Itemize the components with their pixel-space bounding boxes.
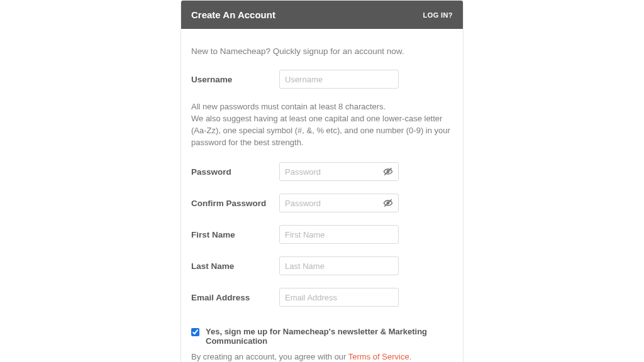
- email-input[interactable]: [279, 288, 399, 307]
- password-hint: All new passwords must contain at least …: [191, 101, 453, 148]
- eye-slash-icon[interactable]: [382, 197, 394, 209]
- first-name-input[interactable]: [279, 225, 399, 244]
- last-name-input[interactable]: [279, 256, 399, 275]
- label-username: Username: [191, 75, 279, 84]
- label-last-name: Last Name: [191, 261, 279, 271]
- eye-slash-icon[interactable]: [382, 166, 394, 177]
- row-email: Email Address: [191, 288, 453, 307]
- confirm-password-input[interactable]: [279, 194, 399, 212]
- label-confirm-password: Confirm Password: [191, 199, 279, 208]
- row-confirm-password: Confirm Password: [191, 194, 453, 212]
- newsletter-label: Yes, sign me up for Namecheap's newslett…: [206, 327, 453, 346]
- page-title: Create An Account: [191, 9, 275, 20]
- row-last-name: Last Name: [191, 256, 453, 275]
- row-username: Username: [191, 70, 453, 89]
- username-input[interactable]: [279, 70, 399, 89]
- password-input[interactable]: [279, 162, 399, 181]
- tos-link[interactable]: Terms of Service: [348, 352, 409, 361]
- label-first-name: First Name: [191, 230, 279, 239]
- row-first-name: First Name: [191, 225, 453, 244]
- row-password: Password: [191, 162, 453, 181]
- signup-card: Create An Account LOG IN? New to Nameche…: [180, 0, 464, 362]
- tos-suffix: .: [409, 352, 412, 361]
- login-link[interactable]: LOG IN?: [423, 11, 453, 19]
- card-header: Create An Account LOG IN?: [181, 1, 463, 29]
- tos-prefix: By creating an account, you agree with o…: [191, 352, 348, 361]
- tos-text: By creating an account, you agree with o…: [191, 352, 453, 361]
- card-body: New to Namecheap? Quickly signup for an …: [181, 29, 463, 362]
- newsletter-checkbox[interactable]: [191, 328, 199, 336]
- intro-text: New to Namecheap? Quickly signup for an …: [191, 47, 453, 56]
- newsletter-row: Yes, sign me up for Namecheap's newslett…: [191, 327, 453, 346]
- label-password: Password: [191, 167, 279, 177]
- label-email: Email Address: [191, 293, 279, 302]
